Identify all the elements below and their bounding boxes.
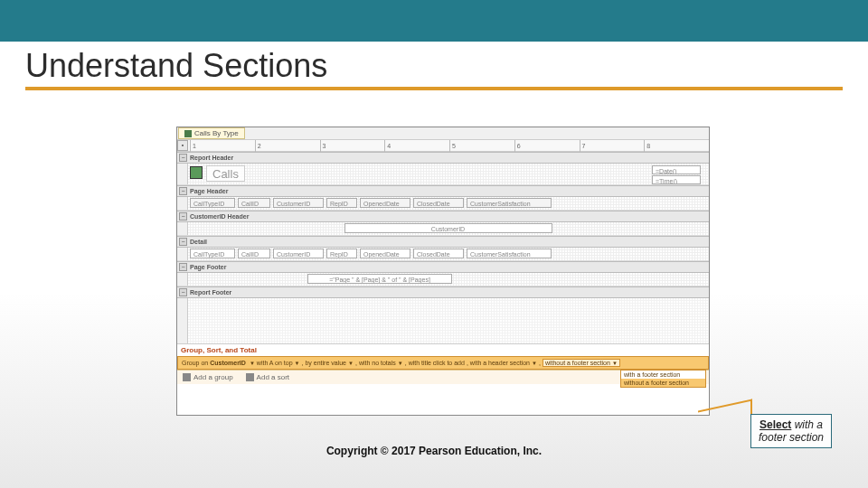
report-footer-area[interactable] — [177, 298, 709, 343]
section-page-footer[interactable]: − Page Footer — [177, 261, 709, 273]
report-icon — [184, 130, 192, 137]
group-opt[interactable]: with no totals▼ — [359, 360, 403, 366]
section-page-header[interactable]: − Page Header — [177, 185, 709, 197]
section-report-footer[interactable]: − Report Footer — [177, 286, 709, 298]
section-report-header[interactable]: − Report Header — [177, 152, 709, 164]
ruler-tick: 6 — [514, 140, 580, 152]
vertical-ruler — [177, 222, 188, 235]
add-sort-icon — [246, 373, 254, 381]
expand-icon[interactable]: − — [179, 263, 187, 271]
chevron-down-icon: ▼ — [612, 361, 618, 366]
callout-bold: Select — [760, 418, 791, 431]
page-expression-control[interactable]: ="Page " & [Page] & " of " & [Pages] — [307, 274, 452, 284]
field-control[interactable]: OpenedDate — [360, 249, 410, 258]
tab-row: Calls By Type — [177, 127, 709, 140]
group-opt[interactable]: with a header section▼ — [470, 360, 537, 366]
vertical-ruler — [177, 197, 188, 210]
group-field: CustomerID — [210, 360, 246, 366]
add-group-icon — [183, 373, 191, 381]
add-sort-button[interactable]: Add a sort — [246, 373, 289, 381]
field-control[interactable]: CallID — [238, 249, 270, 258]
add-group-button[interactable]: Add a group — [183, 373, 233, 381]
copyright-text: Copyright © 2017 Pearson Education, Inc. — [0, 445, 868, 457]
field-label[interactable]: RepID — [326, 198, 357, 208]
header-band — [0, 0, 868, 42]
field-control[interactable]: CustomerSatisfaction — [467, 249, 552, 258]
field-label[interactable]: ClosedDate — [413, 198, 464, 208]
gst-panel-title: Group, Sort, and Total — [177, 343, 709, 356]
group-opt[interactable]: with title click to add — [409, 360, 465, 366]
expand-icon[interactable]: − — [179, 238, 187, 246]
ruler-tick: 3 — [320, 140, 385, 152]
ruler-tick: 1 — [190, 140, 255, 152]
section-label: Page Footer — [190, 264, 226, 270]
report-header-area[interactable]: Calls =Date() =Time() — [177, 164, 709, 185]
expand-icon[interactable]: − — [179, 187, 187, 195]
footer-section-dropdown[interactable]: with a footer section without a footer s… — [620, 370, 706, 388]
page-header-area[interactable]: CallTypeID CallID CustomerID RepID Opene… — [177, 197, 709, 211]
date-control[interactable]: =Date() — [652, 165, 701, 174]
field-label[interactable]: CallTypeID — [190, 198, 235, 208]
logo-placeholder[interactable] — [190, 166, 203, 179]
report-tab[interactable]: Calls By Type — [178, 127, 245, 139]
chevron-down-icon[interactable]: ▼ — [250, 361, 255, 366]
group-opt[interactable]: with A on top▼ — [257, 360, 300, 366]
expand-icon[interactable]: − — [179, 154, 187, 162]
expand-icon[interactable]: − — [179, 212, 187, 221]
vertical-ruler — [177, 164, 188, 184]
ruler-row: ▪ 1 2 3 4 5 6 7 8 — [177, 140, 709, 152]
title-bar: Understand Sections — [0, 42, 868, 89]
ruler-tick: 8 — [644, 140, 709, 152]
field-label[interactable]: CustomerID — [273, 198, 324, 208]
footer-section-option[interactable]: without a footer section▼ — [542, 359, 620, 367]
vertical-ruler — [177, 273, 188, 286]
ruler-tick: 4 — [384, 140, 449, 152]
group-row[interactable]: Group on CustomerID▼ with A on top▼, by … — [177, 356, 709, 370]
vertical-ruler — [177, 298, 188, 343]
section-customerid-header[interactable]: − CustomerID Header — [177, 211, 709, 222]
slide-title: Understand Sections — [25, 47, 843, 85]
field-label[interactable]: CustomerSatisfaction — [467, 198, 552, 208]
section-label: Report Footer — [190, 289, 231, 296]
section-detail[interactable]: − Detail — [177, 236, 709, 248]
field-control[interactable]: CustomerID — [273, 249, 324, 258]
tab-label: Calls By Type — [194, 129, 239, 137]
detail-area[interactable]: CallTypeID CallID CustomerID RepID Opene… — [177, 248, 709, 261]
group-opt[interactable]: by entire value▼ — [305, 360, 353, 366]
section-label: CustomerID Header — [190, 213, 249, 220]
section-label: Page Header — [190, 188, 228, 194]
title-underline — [25, 87, 843, 90]
callout-box: Select with a footer section — [750, 414, 832, 448]
chevron-down-icon: ▼ — [398, 361, 403, 366]
horizontal-ruler[interactable]: 1 2 3 4 5 6 7 8 — [190, 140, 709, 152]
section-label: Report Header — [190, 155, 233, 161]
field-control[interactable]: CallTypeID — [190, 249, 235, 258]
field-label[interactable]: OpenedDate — [360, 198, 410, 208]
dropdown-item-selected[interactable]: without a footer section — [621, 379, 705, 387]
ruler-tick: 2 — [255, 140, 320, 152]
field-control[interactable]: ClosedDate — [413, 249, 464, 258]
select-all-button[interactable]: ▪ — [177, 140, 188, 151]
customerid-control[interactable]: CustomerID — [344, 223, 552, 233]
chevron-down-icon: ▼ — [532, 361, 537, 366]
chevron-down-icon: ▼ — [348, 361, 354, 366]
expand-icon[interactable]: − — [179, 288, 187, 296]
time-control[interactable]: =Time() — [652, 175, 701, 184]
ruler-tick: 5 — [449, 140, 514, 152]
access-report-screenshot: Calls By Type ▪ 1 2 3 4 5 6 7 8 − Report… — [176, 127, 710, 416]
ruler-tick: 7 — [580, 140, 645, 152]
report-title-label[interactable]: Calls — [206, 165, 245, 182]
page-footer-area[interactable]: ="Page " & [Page] & " of " & [Pages] — [177, 273, 709, 286]
section-label: Detail — [190, 239, 207, 245]
field-label[interactable]: CallID — [238, 198, 270, 208]
vertical-ruler — [177, 248, 188, 260]
customerid-header-area[interactable]: CustomerID — [177, 222, 709, 236]
dropdown-item[interactable]: with a footer section — [621, 371, 705, 379]
field-control[interactable]: RepID — [326, 249, 357, 258]
group-prefix: Group on — [182, 360, 208, 366]
chevron-down-icon: ▼ — [295, 361, 300, 366]
